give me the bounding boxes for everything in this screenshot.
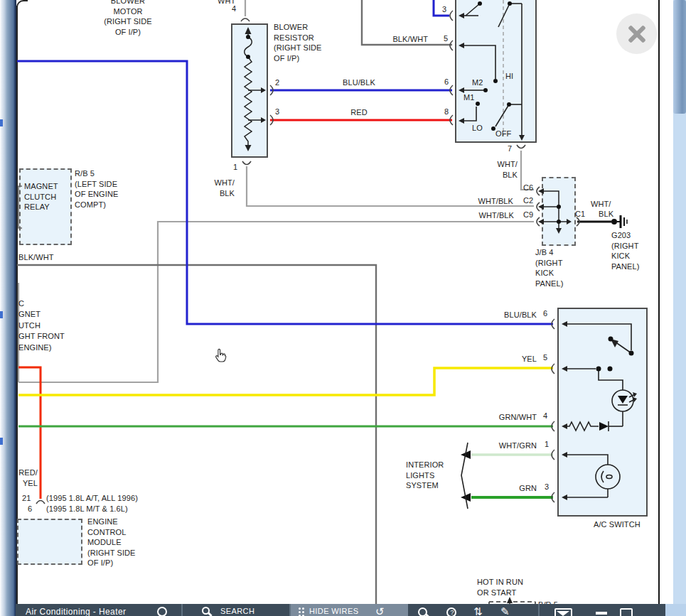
blk-wht-switch-label: BLK/WHT [387,34,428,45]
engine-control-module-box [17,519,82,565]
message-icon-flap [557,611,569,616]
minimize-icon[interactable] [596,612,607,615]
wht-blk-pin1-label: WHT/ BLK [209,178,235,198]
dialog-left-border [16,6,18,604]
interior-lights-label: INTERIOR LIGHTS SYSTEM [406,460,444,491]
ac-pin4: 4 [543,411,547,421]
bottom-toolbar: Air Conditioning - Heater SEARCH HIDE WI… [16,604,665,616]
grip-dots-icon [299,607,304,616]
ac-pin5: 5 [543,352,547,363]
compare-icon[interactable]: ⇅ [473,605,483,616]
switch-pin5: 5 [444,33,448,44]
strip-notch [0,438,3,445]
ac-magnet-clutch-label: C GNET UTCH GHT FRONT ENGINE) [18,298,65,353]
resistor-pin2: 2 [275,77,279,88]
toolbar-divider [538,604,540,616]
junction-block-4-box [542,177,576,246]
grn-arrow [461,493,471,502]
ground-symbol [617,215,627,228]
jb4-pin-c6: C6 [523,183,533,193]
wht-grn-arrow [461,450,471,459]
grn-label: GRN [491,483,537,494]
window-edge-strip [0,0,16,616]
wht-blk-pin7-label: WHT/ BLK [493,159,518,180]
blk-wht-left-label: BLK/WHT [18,252,54,263]
switch-pin8: 8 [444,107,449,117]
magnet-clutch-relay-label: MAGNET CLUTCH RELAY [24,181,58,212]
window-icon[interactable] [620,608,633,616]
heater-blower-switch-box [455,0,537,143]
switch-pos-off: OFF [495,129,511,139]
switch-pin6: 6 [444,77,449,87]
jb4-label: J/B 4 (RIGHT KICK PANEL) [535,247,564,288]
note-at-label: (1995 1.8L A/T, ALL 1996) [46,493,138,504]
resistor-pin1: 1 [233,162,237,173]
vertical-scrollbar[interactable] [673,0,686,616]
g203-label: G203 (RIGHT KICK PANEL) [611,230,640,271]
wht-grn-label: WHT/GRN [491,441,537,451]
ac-blu-blk-label: BLU/BLK [493,310,537,320]
jb4-pin-c1: C1 [575,209,585,220]
search-icon-handle [208,612,212,616]
edit-icon[interactable]: ✎ [500,605,510,616]
switch-pos-m1: M1 [463,92,474,103]
resistor-pin4: 4 [232,4,236,14]
ac-pin3: 3 [545,482,549,492]
search-button[interactable]: SEARCH [220,607,254,615]
ecm-label: ENGINE CONTROL MODULE (RIGHT SIDE OF I/P… [87,517,136,568]
hand-cursor [213,347,229,364]
toolbar-divider [181,604,183,616]
blk-c1-label: BLK [599,209,613,220]
blu-blk-label: BLU/BLK [327,77,391,88]
wht-c1-label: WHT/ [591,199,611,210]
ac-pin6: 6 [543,308,547,319]
toolbar-divider [289,604,291,616]
grn-wht-label: GRN/WHT [493,412,537,423]
ac-pin1: 1 [545,439,549,450]
hide-wires-button[interactable]: HIDE WIRES [309,607,358,615]
switch-pin7: 7 [508,144,512,154]
toolbar-title: Air Conditioning - Heater [26,607,126,616]
diagram-viewer: BLOWER MOTOR (RIGHT SIDE OF I/P) WHT 4 B… [0,0,686,616]
page-right-border [658,0,660,605]
help-glyph: ? [451,609,454,616]
close-button[interactable] [616,13,657,54]
switch-pin3: 3 [442,4,446,15]
switch-pos-hi: HI [505,71,513,82]
jb4-pin-c2: C2 [523,195,533,206]
red-yel-label: RED/ YEL [16,468,38,488]
dialog-corner [16,0,28,11]
info-circle-icon[interactable] [157,607,167,616]
blower-motor-label: BLOWER MOTOR (RIGHT SIDE OF I/P) [84,0,172,37]
red-label: RED [327,107,391,118]
note-mt-label: (1995 1.8L M/T & 1.6L) [46,504,128,514]
strip-notch [0,311,3,318]
ac-switch-box [557,308,648,517]
ac-switch-label: A/C SWITCH [594,519,641,530]
strip-notch [0,119,3,126]
yellow-wire [18,368,553,395]
switch-pos-m2: M2 [472,77,483,88]
rotate-icon[interactable]: ↺ [375,605,385,616]
rb5-label: R/B 5 (LEFT SIDE OF ENGINE COMPT) [75,168,118,210]
ecm-pin6: 6 [28,504,32,514]
help-icon[interactable]: ? [446,607,456,616]
ecm-pin21: 21 [22,493,31,504]
jb4-pin-c9: C9 [523,210,533,220]
resistor-pin3: 3 [275,107,279,117]
switch-pos-lo: LO [472,123,483,134]
wht-blk-c2-label: WHT/BLK [471,196,513,207]
interior-lights-brace [461,443,468,509]
yel-label: YEL [493,354,537,364]
scrollbar-thumb[interactable] [673,0,686,114]
wht-blk-c9-label: WHT/BLK [471,210,514,221]
blower-resistor-label: BLOWER RESISTOR (RIGHT SIDE OF I/P) [274,22,322,63]
hot-in-run-label: HOT IN RUN OR START [477,577,523,598]
blower-resistor-box [231,23,268,158]
